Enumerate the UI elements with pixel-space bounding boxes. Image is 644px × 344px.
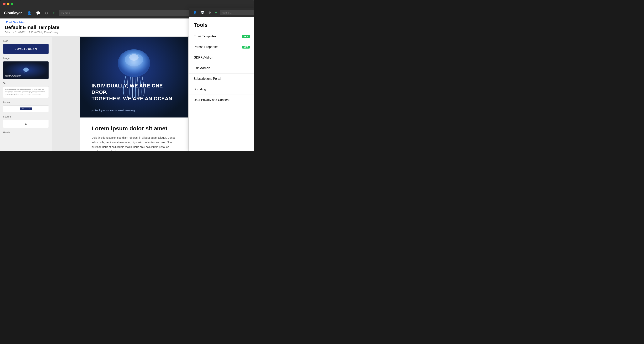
gear-icon[interactable]: ⚙ xyxy=(44,10,49,16)
text-lines: Lorem ipsum dolor sit amet, consectetur … xyxy=(5,88,47,96)
text-label: Text xyxy=(3,82,49,85)
preview-image-caption: INDIVIDUALLY, WE ARE ONE DROP.TOGETHER, … xyxy=(5,75,47,78)
tool-name-data-privacy: Data Privacy and Consent xyxy=(194,98,230,102)
tool-item-subscriptions[interactable]: Subscriptions Portal xyxy=(189,74,254,84)
chat-icon[interactable]: 💬 xyxy=(35,10,41,16)
tools-navbar: 👤 💬 ⚙ + EY xyxy=(189,8,254,17)
spacing-preview[interactable]: ⇕ xyxy=(3,120,49,128)
header-left: Email Templates Default Email Template E… xyxy=(4,21,59,34)
tools-list: Email Templates NEW Person Properties NE… xyxy=(189,31,254,151)
traffic-lights xyxy=(3,3,13,5)
spacing-component: Spacing ⇕ xyxy=(3,115,49,128)
button-component: Button Subscribe now! xyxy=(3,101,49,112)
preview-jellyfish-icon xyxy=(21,65,31,75)
logo-preview-inner: LOVE4OCEAN xyxy=(3,44,48,54)
text-component: Text Lorem ipsum dolor sit amet, consect… xyxy=(3,82,49,98)
tools-user-icon[interactable]: 👤 xyxy=(192,10,198,15)
tool-item-data-privacy[interactable]: Data Privacy and Consent xyxy=(189,95,254,105)
email-canvas: INDIVIDUALLY, WE ARE ONE DROP. TOGETHER,… xyxy=(80,36,188,151)
tools-gear-icon[interactable]: ⚙ xyxy=(208,10,212,15)
tool-item-gdpr[interactable]: GDPR Add-on xyxy=(189,52,254,63)
image-component: Image INDIVIDUALLY, WE ARE ONE xyxy=(3,57,49,79)
button-preview-inner: Subscribe now! xyxy=(3,106,48,112)
tool-name-branding: Branding xyxy=(194,88,206,91)
tools-panel: 👤 💬 ⚙ + EY Tools Email Templates NEW Per… xyxy=(189,8,254,151)
tools-panel-title: Tools xyxy=(189,17,254,31)
tools-add-icon[interactable]: + xyxy=(214,10,218,15)
tool-badge-email-templates: NEW xyxy=(242,35,250,38)
tools-chat-icon[interactable]: 💬 xyxy=(200,10,205,15)
page-title: Default Email Template xyxy=(4,24,59,30)
canvas-image-section[interactable]: INDIVIDUALLY, WE ARE ONE DROP. TOGETHER,… xyxy=(80,36,188,117)
logo-preview[interactable]: LOVE4OCEAN xyxy=(3,44,49,54)
subscribe-button-preview: Subscribe now! xyxy=(20,107,32,110)
page-meta: Edited on 11-03-2021 17:10 +0200 by Emma… xyxy=(4,31,59,34)
logo-text: LOVE4OCEAN xyxy=(15,47,37,50)
tool-name-person-properties: Person Properties xyxy=(194,45,218,49)
user-icon[interactable]: 👤 xyxy=(26,10,32,16)
maximize-button[interactable] xyxy=(11,3,13,5)
spacing-preview-inner: ⇕ xyxy=(3,120,48,128)
canvas-text-section: Lorem ipsum dolor sit amet Duis tincidun… xyxy=(80,117,188,151)
spacing-icon: ⇕ xyxy=(24,122,27,126)
canvas-heading: Lorem ipsum dolor sit amet xyxy=(92,125,176,132)
canvas-image-text: INDIVIDUALLY, WE ARE ONE DROP. TOGETHER,… xyxy=(92,83,176,102)
button-preview[interactable]: Subscribe now! xyxy=(3,105,49,112)
tool-name-gdpr: GDPR Add-on xyxy=(194,56,213,59)
tool-name-i18n: i18n Add-on xyxy=(194,66,210,70)
svg-point-4 xyxy=(129,54,138,61)
text-preview-inner: Lorem ipsum dolor sit amet, consectetur … xyxy=(3,86,48,98)
tool-name-subscriptions: Subscriptions Portal xyxy=(194,77,221,80)
tool-item-branding[interactable]: Branding xyxy=(189,84,254,95)
add-icon[interactable]: + xyxy=(52,10,56,16)
header-label-item: Header xyxy=(3,131,49,134)
titlebar xyxy=(0,0,254,8)
button-label: Button xyxy=(3,101,49,104)
app-logo[interactable]: Cloutlayer xyxy=(4,11,22,15)
minimize-button[interactable] xyxy=(7,3,10,5)
close-button[interactable] xyxy=(3,3,6,5)
text-preview[interactable]: Lorem ipsum dolor sit amet, consectetur … xyxy=(3,86,49,98)
image-preview[interactable]: INDIVIDUALLY, WE ARE ONE DROP.TOGETHER, … xyxy=(3,61,49,79)
left-panel: Logo LOVE4OCEAN Image xyxy=(0,36,52,151)
tools-search-input[interactable] xyxy=(220,10,254,15)
spacing-label: Spacing xyxy=(3,115,49,118)
tool-item-i18n[interactable]: i18n Add-on xyxy=(189,63,254,74)
image-label: Image xyxy=(3,57,49,60)
logo-component: Logo LOVE4OCEAN xyxy=(3,40,49,54)
canvas-body-text: Duis tincidunt sapien sed diam lobortis,… xyxy=(92,136,176,151)
tool-badge-person-properties: NEW xyxy=(242,46,250,48)
tool-item-person-properties[interactable]: Person Properties NEW xyxy=(189,42,254,52)
header-component: Header xyxy=(3,131,49,134)
tool-name-email-templates: Email Templates xyxy=(194,35,216,38)
breadcrumb[interactable]: Email Templates xyxy=(4,21,59,24)
tool-item-email-templates[interactable]: Email Templates NEW xyxy=(189,31,254,42)
logo-label: Logo xyxy=(3,40,49,42)
canvas-image-footer: protecting our oceans / love4ocean.org xyxy=(92,109,176,112)
main-window: Cloutlayer 👤 💬 ⚙ + EY Email Templates De… xyxy=(0,0,254,151)
